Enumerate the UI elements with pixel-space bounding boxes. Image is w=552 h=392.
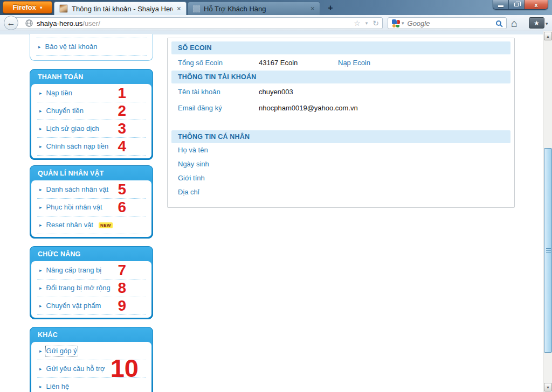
bullet-arrow-icon: ▸ xyxy=(39,205,42,210)
info-row: Ngày sinh xyxy=(171,157,510,171)
url-path: /user/ xyxy=(82,19,100,27)
sidebar-section: THANH TOÁN▸Nạp tiền1▸Chuyển tiền2▸Lịch s… xyxy=(30,69,153,160)
row-label: Ngày sinh xyxy=(178,160,504,168)
annotation-number: 6 xyxy=(118,199,126,216)
restore-button[interactable] xyxy=(509,0,525,9)
tab-active[interactable]: Thông tin tài khoản - Shaiya Hero× xyxy=(54,2,187,15)
scroll-up-button[interactable]: ▲ xyxy=(544,32,552,40)
new-tab-button[interactable]: + xyxy=(323,3,337,14)
sidebar-item[interactable]: ▸Gửi góp ý xyxy=(37,342,146,360)
bookmarks-star-icon: ★ xyxy=(534,19,540,27)
chevron-down-icon: ▾ xyxy=(40,5,43,10)
url-bar[interactable]: shaiya-hero.us/user/ ☆ ▾ ↻ xyxy=(13,17,383,29)
section-header: THÔNG TIN CÁ NHÂN xyxy=(171,130,510,143)
row-label: Tổng số Ecoin xyxy=(178,59,259,67)
window-controls: x xyxy=(493,0,548,10)
bookmarks-dropdown-icon[interactable]: ▾ xyxy=(546,21,548,26)
annotation-number: 2 xyxy=(118,102,126,120)
sidebar-item[interactable]: ▸Chuyển vật phẩm9 xyxy=(37,297,146,315)
bookmarks-button[interactable]: ★ xyxy=(529,17,544,29)
sidebar-section-title: KHÁC xyxy=(30,327,153,342)
tab-inactive[interactable]: Hỗ Trợ Khách Hàng× xyxy=(188,2,320,15)
bookmark-star-icon[interactable]: ☆ xyxy=(354,19,361,27)
sidebar-item[interactable]: ▸Nạp tiền1 xyxy=(37,85,146,102)
sidebar-item-label: Nạp tiền xyxy=(46,89,72,97)
sidebar-section: KHÁC▸Gửi góp ý▸Gửi yêu cầu hỗ trợ10▸Liên… xyxy=(30,327,153,392)
sidebar-item[interactable]: ▸Bảo vệ tài khoản xyxy=(36,38,147,56)
sidebar-item[interactable]: ▸Đổi trang bị mở rộng8 xyxy=(37,279,146,297)
main-section: THÔNG TIN CÁ NHÂNHọ và tênNgày sinhGiới … xyxy=(171,130,510,199)
home-button[interactable]: ⌂ xyxy=(511,16,518,31)
scrollbar-thumb[interactable] xyxy=(544,148,552,353)
sidebar-section-body: ▸Danh sách nhân vật5▸Phục hồi nhân vật6▸… xyxy=(31,180,151,237)
sidebar-item[interactable]: ▸Chuyển tiền2 xyxy=(37,102,146,120)
tab-close-icon[interactable]: × xyxy=(177,5,181,12)
sidebar-section-title: QUẢN LÍ NHÂN VẬT xyxy=(30,165,153,180)
google-icon xyxy=(392,19,400,27)
close-button[interactable]: x xyxy=(525,0,548,9)
bullet-arrow-icon: ▸ xyxy=(39,367,42,372)
bullet-arrow-icon: ▸ xyxy=(39,187,42,192)
sidebar-item-label: Chuyển tiền xyxy=(46,107,84,115)
navigation-toolbar: ← shaiya-hero.us/user/ ☆ ▾ ↻ ▾ ⌂ ★ ▾ xyxy=(0,15,552,31)
info-row: Giới tính xyxy=(171,171,510,185)
sidebar-item-label: Chuyển vật phẩm xyxy=(46,302,101,310)
tab-title: Thông tin tài khoản - Shaiya Hero xyxy=(72,5,173,13)
sidebar-section-body: ▸Nâng cấp trang bị7▸Đổi trang bị mở rộng… xyxy=(31,261,151,318)
account-info-panel: SỐ ECOINTổng số Ecoin43167 EcoinNạp Ecoi… xyxy=(167,38,515,208)
tab-close-icon[interactable]: × xyxy=(310,5,315,12)
sidebar-item[interactable]: ▸Phục hồi nhân vật6 xyxy=(37,199,146,216)
sidebar-item-label: Phục hồi nhân vật xyxy=(46,203,102,212)
search-magnifier-icon[interactable] xyxy=(496,20,501,26)
scroll-down-button[interactable]: ▼ xyxy=(544,383,552,391)
main-section: THÔNG TIN TÀI KHOẢNTên tài khoảnchuyen00… xyxy=(171,71,510,116)
bullet-arrow-icon: ▸ xyxy=(38,45,41,50)
search-input[interactable] xyxy=(408,19,496,27)
section-header: THÔNG TIN TÀI KHOẢN xyxy=(171,71,510,83)
sidebar-item[interactable]: ▸Danh sách nhân vật5 xyxy=(37,181,146,199)
reload-icon[interactable]: ↻ xyxy=(372,19,379,27)
sidebar-item-label: Chính sách nạp tiền xyxy=(46,142,109,151)
sidebar-section: CHỨC NĂNG▸Nâng cấp trang bị7▸Đổi trang b… xyxy=(30,246,153,319)
bullet-arrow-icon: ▸ xyxy=(39,144,42,149)
row-label: Email đăng ký xyxy=(178,104,259,112)
info-row: Tên tài khoảnchuyen003 xyxy=(171,83,510,100)
info-row: Địa chỉ xyxy=(171,185,510,199)
url-domain: shaiya-hero.us xyxy=(37,19,82,27)
row-label: Họ và tên xyxy=(178,146,504,154)
row-value: 43167 Ecoin xyxy=(259,59,338,67)
globe-icon xyxy=(25,19,33,27)
bullet-arrow-icon: ▸ xyxy=(39,286,42,291)
bullet-arrow-icon: ▸ xyxy=(39,349,42,354)
new-badge: NEW xyxy=(99,222,113,228)
sidebar-item-label: Gửi yêu cầu hỗ trợ xyxy=(46,365,105,373)
sidebar-item[interactable]: ▸Reset nhân vậtNEW xyxy=(37,216,146,234)
sidebar-section-body: ▸Gửi góp ý▸Gửi yêu cầu hỗ trợ10▸Liên hệ xyxy=(31,342,151,392)
sidebar-item[interactable]: ▸Liên hệ xyxy=(37,378,146,392)
search-box[interactable]: ▾ xyxy=(388,17,507,29)
annotation-number: 1 xyxy=(118,85,126,102)
back-button[interactable]: ← xyxy=(4,16,18,30)
bullet-arrow-icon: ▸ xyxy=(39,127,42,131)
tab-favicon-image xyxy=(59,4,68,13)
vertical-scrollbar[interactable]: ▲ ▼ xyxy=(543,31,552,392)
annotation-number: 8 xyxy=(118,279,126,297)
sidebar-item[interactable]: ▸Gửi yêu cầu hỗ trợ10 xyxy=(37,360,146,378)
nap-ecoin-link[interactable]: Nạp Ecoin xyxy=(338,59,504,67)
url-dropdown-icon[interactable]: ▾ xyxy=(365,20,368,26)
minimize-button[interactable] xyxy=(493,0,509,9)
info-row: Họ và tên xyxy=(171,143,510,157)
sidebar-item-label: Bảo vệ tài khoản xyxy=(45,43,98,51)
sidebar-item[interactable]: ▸Nâng cấp trang bị7 xyxy=(37,262,146,279)
bullet-arrow-icon: ▸ xyxy=(39,268,42,273)
search-engine-dropdown-icon[interactable]: ▾ xyxy=(402,20,404,26)
sidebar-item[interactable]: ▸Lịch sử giao dịch3 xyxy=(37,120,146,138)
bullet-arrow-icon: ▸ xyxy=(39,109,42,114)
firefox-menu-button[interactable]: Firefox ▾ xyxy=(3,1,52,13)
sidebar-item[interactable]: ▸Chính sách nạp tiền4 xyxy=(37,138,146,156)
firefox-menu-label: Firefox xyxy=(13,3,36,11)
row-label: Địa chỉ xyxy=(178,188,504,196)
info-row: Tổng số Ecoin43167 EcoinNạp Ecoin xyxy=(171,54,510,71)
sidebar-item-label: Nâng cấp trang bị xyxy=(46,266,102,275)
tab-title: Hỗ Trợ Khách Hàng xyxy=(204,5,307,13)
